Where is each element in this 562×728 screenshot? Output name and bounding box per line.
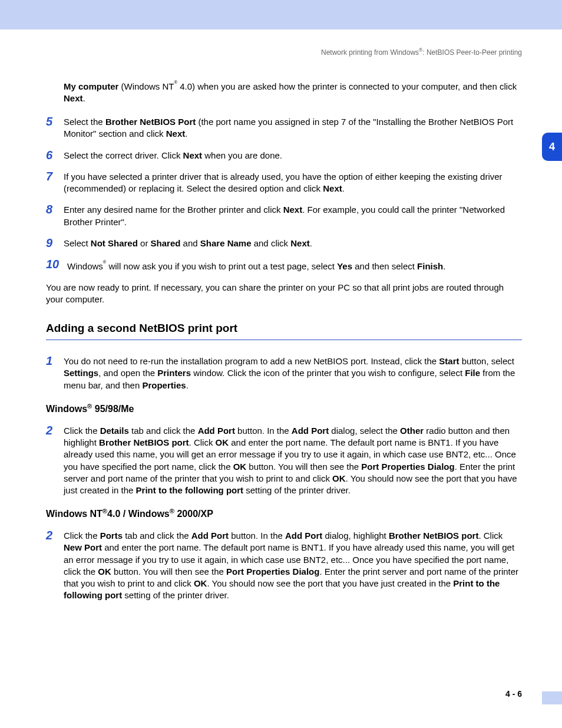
step-body: Click the Details tab and click the Add … (64, 424, 522, 497)
step-item: 5Select the Brother NetBIOS Port (the po… (46, 115, 522, 140)
page-number: 4 - 6 (505, 689, 522, 700)
step-number: 2 (46, 424, 64, 497)
step-number: 1 (46, 354, 64, 391)
step-spacer (46, 78, 64, 104)
step-number: 2 (46, 529, 64, 602)
step-number: 8 (46, 203, 64, 228)
step-number: 9 (46, 236, 64, 249)
sub2-step: 2 Click the Ports tab and click the Add … (46, 529, 522, 602)
section-rule (46, 340, 522, 340)
top-bar (0, 0, 562, 29)
step-body: Select Not Shared or Shared and Share Na… (64, 236, 522, 249)
step-list: 5Select the Brother NetBIOS Port (the po… (46, 115, 522, 272)
step-number: 7 (46, 170, 64, 195)
step-body: Select the correct driver. Click Next wh… (64, 149, 522, 162)
step-body: Click the Ports tab and click the Add Po… (64, 529, 522, 602)
step-body: Enter any desired name for the Brother p… (64, 203, 522, 228)
step-item: 6Select the correct driver. Click Next w… (46, 149, 522, 162)
intro-body: My computer (Windows NT® 4.0) when you a… (64, 78, 522, 104)
step-body: You do not need to re-run the installati… (64, 354, 522, 391)
section-heading: Adding a second NetBIOS print port (46, 321, 522, 336)
step-body: Windows® will now ask you if you wish to… (67, 258, 522, 272)
chapter-number: 4 (549, 140, 555, 154)
subheading-winnt2000xp: Windows NT®4.0 / Windows® 2000/XP (46, 507, 522, 521)
step-item: 7If you have selected a printer driver t… (46, 170, 522, 195)
footer-tab (542, 691, 562, 704)
step-item: 10Windows® will now ask you if you wish … (46, 258, 522, 272)
sub1-step: 2 Click the Details tab and click the Ad… (46, 424, 522, 497)
header-text: Network printing from Windows®: NetBIOS … (321, 48, 522, 57)
step-item: 8Enter any desired name for the Brother … (46, 203, 522, 228)
closing-paragraph: You are now ready to print. If necessary… (46, 282, 522, 306)
section2-step1: 1 You do not need to re-run the installa… (46, 354, 522, 391)
step-body: Select the Brother NetBIOS Port (the por… (64, 115, 522, 140)
page-content: My computer (Windows NT® 4.0) when you a… (0, 57, 562, 601)
subheading-win9598me: Windows® 95/98/Me (46, 402, 522, 416)
intro-continuation: My computer (Windows NT® 4.0) when you a… (46, 78, 522, 104)
step-number: 10 (46, 258, 67, 272)
running-header: Network printing from Windows®: NetBIOS … (0, 29, 562, 57)
step-number: 5 (46, 115, 64, 140)
step-body: If you have selected a printer driver th… (64, 170, 522, 195)
step-number: 6 (46, 149, 64, 162)
step-item: 9Select Not Shared or Shared and Share N… (46, 236, 522, 249)
chapter-tab: 4 (542, 133, 562, 161)
